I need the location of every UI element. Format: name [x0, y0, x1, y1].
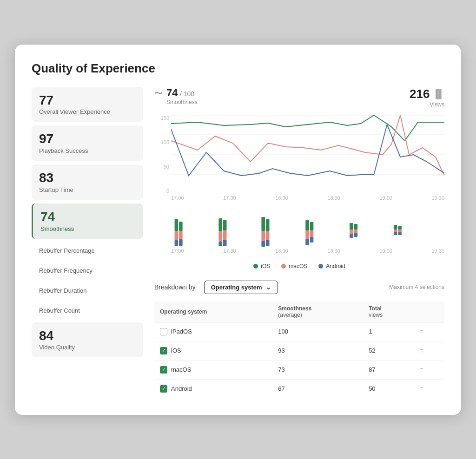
- checkbox-ipados[interactable]: [160, 328, 167, 335]
- os-name-macos: macOS: [171, 366, 191, 373]
- smoothness-value: 74: [40, 210, 136, 224]
- svg-rect-15: [223, 230, 227, 240]
- sidebar-link-rebuffer-cnt[interactable]: Rebuffer Count: [32, 302, 143, 319]
- filter-ios[interactable]: ≡: [414, 341, 444, 360]
- bar-x-1700: 17:00: [171, 248, 184, 254]
- svg-rect-13: [218, 242, 222, 246]
- svg-rect-19: [261, 241, 265, 247]
- checkbox-android[interactable]: [160, 385, 167, 393]
- breakdown-controls: Breakdown by Operating system ⌄: [154, 281, 278, 294]
- line-chart-area: 17:00 17:30 18:00 18:30 19:00 19:30: [171, 115, 444, 203]
- svg-rect-22: [266, 240, 270, 246]
- views-macos: 87: [363, 360, 414, 379]
- filter-macos[interactable]: ≡: [414, 360, 444, 379]
- sidebar-link-rebuffer-freq[interactable]: Rebuffer Frequency: [32, 262, 143, 279]
- svg-rect-28: [310, 237, 314, 243]
- svg-rect-35: [394, 225, 397, 230]
- smoothness-macos: 73: [272, 360, 363, 379]
- svg-rect-27: [310, 230, 314, 237]
- svg-rect-20: [266, 219, 270, 231]
- smoothness-score-display: 74 / 100: [166, 87, 198, 99]
- svg-rect-37: [394, 232, 397, 235]
- os-name-ipados: iPadOS: [171, 328, 192, 335]
- page-title: Quality of Experience: [32, 61, 444, 76]
- x-1730: 17:30: [223, 195, 236, 201]
- svg-rect-34: [354, 233, 358, 237]
- bar-chart-container: 17:00 17:30 18:00 18:30 19:00 19:30: [154, 215, 444, 254]
- legend-ios-label: iOS: [261, 263, 270, 269]
- os-cell-ipados: iPadOS: [154, 322, 272, 341]
- filter-icon: ≡: [420, 328, 423, 335]
- views-info: 216 ▐▌ Views: [410, 87, 444, 108]
- x-axis: 17:00 17:30 18:00 18:30 19:00 19:30: [171, 195, 444, 201]
- svg-rect-17: [261, 217, 265, 231]
- y-50: 50: [154, 164, 169, 170]
- table-header: Operating system Smoothness(average) Tot…: [154, 302, 444, 322]
- svg-rect-36: [394, 230, 397, 232]
- bar-x-1830: 18:30: [327, 248, 340, 254]
- main-card: Quality of Experience 77 Overall Viewer …: [15, 45, 461, 415]
- filter-ipados[interactable]: ≡: [414, 322, 444, 341]
- legend-macos-label: macOS: [289, 263, 307, 269]
- svg-rect-7: [175, 240, 178, 246]
- col-smoothness: Smoothness(average): [272, 302, 363, 322]
- dropdown-text: Operating system: [211, 284, 262, 291]
- bar-x-1730: 17:30: [223, 248, 236, 254]
- filter-icon: ≡: [420, 385, 423, 393]
- chart-score: 74: [166, 87, 178, 98]
- svg-rect-18: [261, 231, 265, 241]
- sidebar-link-rebuffer-dur[interactable]: Rebuffer Duration: [32, 282, 143, 299]
- svg-rect-12: [218, 231, 222, 242]
- views-ios: 52: [363, 341, 414, 360]
- legend-android-label: Android: [326, 263, 345, 269]
- os-cell-android: Android: [154, 379, 272, 398]
- sidebar-item-videoquality[interactable]: 84 Video Quality: [32, 322, 143, 358]
- smoothness-label: Smoothness: [40, 225, 136, 232]
- legend-android-dot: [318, 264, 323, 269]
- svg-rect-33: [354, 230, 358, 233]
- chart-max: / 100: [180, 90, 194, 98]
- svg-rect-29: [350, 223, 353, 230]
- videoquality-value: 84: [39, 329, 136, 343]
- table-row: Android 67 50 ≡: [154, 379, 444, 398]
- sidebar-link-rebuffer-pct[interactable]: Rebuffer Percentage: [32, 243, 143, 259]
- smoothness-android: 67: [272, 379, 363, 398]
- x-1830: 18:30: [327, 195, 340, 201]
- y-axis: 150 100 50 0: [154, 115, 169, 203]
- startup-value: 83: [39, 171, 136, 185]
- bar-x-axis: 17:00 17:30 18:00 18:30 19:00 19:30: [171, 248, 444, 254]
- sidebar-item-overall[interactable]: 77 Overall Viewer Experience: [32, 87, 143, 122]
- checkbox-ios[interactable]: [160, 347, 167, 354]
- playback-label: Playback Success: [39, 147, 136, 154]
- y-150: 150: [154, 115, 169, 121]
- sidebar-item-playback[interactable]: 97 Playback Success: [32, 125, 143, 161]
- svg-rect-6: [175, 231, 178, 240]
- bar-chart-area: 17:00 17:30 18:00 18:30 19:00 19:30: [171, 215, 444, 254]
- checkbox-macos[interactable]: [160, 366, 167, 374]
- col-os: Operating system: [154, 302, 272, 322]
- x-1930: 19:30: [431, 195, 444, 201]
- table-header-row: Operating system Smoothness(average) Tot…: [154, 302, 444, 322]
- legend-macos-dot: [281, 264, 286, 269]
- sidebar-item-startup[interactable]: 83 Startup Time: [32, 164, 143, 200]
- legend-android: Android: [318, 263, 345, 269]
- chart-legend: iOS macOS Android: [154, 263, 444, 269]
- bar-y-spacer: [154, 215, 169, 254]
- svg-rect-21: [266, 231, 270, 240]
- legend-macos: macOS: [281, 263, 307, 269]
- bar-x-1900: 19:00: [379, 248, 392, 254]
- os-cell-macos: macOS: [154, 360, 272, 379]
- filter-android[interactable]: ≡: [414, 379, 444, 398]
- breakdown-dropdown[interactable]: Operating system ⌄: [204, 281, 278, 294]
- sidebar-item-smoothness[interactable]: 74 Smoothness: [32, 203, 143, 239]
- legend-ios: iOS: [253, 263, 270, 269]
- chart-header: 〜 74 / 100 Smoothness 216 ▐▌ Views: [154, 87, 444, 108]
- svg-rect-31: [350, 234, 353, 238]
- table-body: iPadOS 100 1 ≡ iOS: [154, 322, 444, 398]
- breakdown-table: Operating system Smoothness(average) Tot…: [154, 302, 444, 398]
- table-row: macOS 73 87 ≡: [154, 360, 444, 379]
- col-views: Totalviews: [363, 302, 414, 322]
- svg-rect-14: [223, 220, 227, 230]
- views-ipados: 1: [363, 322, 414, 341]
- svg-rect-10: [179, 239, 183, 246]
